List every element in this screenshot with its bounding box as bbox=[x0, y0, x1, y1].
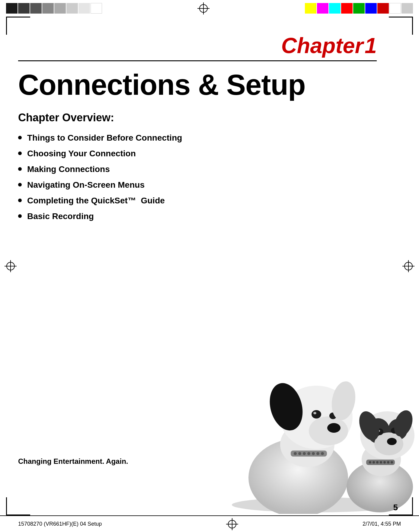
large-dog-eye-left bbox=[312, 410, 321, 419]
collar-stud bbox=[307, 452, 310, 455]
chapter-label: Chapter bbox=[281, 33, 363, 58]
color-block bbox=[341, 3, 353, 14]
footer-left-text: 15708270 (VR661HF)(E) 04 Setup bbox=[18, 521, 102, 527]
collar-stud bbox=[380, 461, 382, 464]
list-item-text: Choosing Your Connection bbox=[27, 149, 136, 158]
tagline: Changing Entertainment. Again. bbox=[18, 457, 128, 466]
color-block bbox=[30, 3, 42, 14]
crosshair-top-center bbox=[197, 2, 210, 14]
dogs-illustration bbox=[214, 351, 419, 514]
color-block bbox=[78, 3, 90, 14]
collar-stud bbox=[387, 461, 389, 464]
list-item: Completing the QuickSet™ Guide bbox=[18, 196, 401, 205]
list-item: Navigating On-Screen Menus bbox=[18, 180, 401, 190]
color-block bbox=[18, 3, 30, 14]
list-item: Basic Recording bbox=[18, 212, 401, 221]
color-block bbox=[329, 3, 341, 14]
bullet-dot bbox=[18, 183, 22, 186]
list-item: Choosing Your Connection bbox=[18, 149, 401, 158]
crosshair-circle bbox=[6, 262, 15, 270]
collar-stud bbox=[316, 452, 319, 455]
crosshair-circle bbox=[199, 4, 208, 13]
collar-stud bbox=[321, 452, 324, 455]
chapter-area: Chapter 1 bbox=[18, 18, 401, 61]
crosshair-circle bbox=[228, 520, 236, 528]
page-title: Connections & Setup bbox=[18, 70, 401, 99]
color-block bbox=[317, 3, 328, 14]
large-dog-nose bbox=[327, 423, 341, 433]
chapter-number: 1 bbox=[365, 33, 377, 58]
color-block bbox=[389, 3, 401, 14]
top-bar bbox=[0, 0, 419, 17]
footer-right-text: 2/7/01, 4:55 PM bbox=[363, 521, 401, 527]
list-item-text: Things to Consider Before Connecting bbox=[27, 133, 182, 143]
large-dog-eye-shine-left bbox=[313, 412, 316, 414]
color-block bbox=[66, 3, 78, 14]
page-number: 5 bbox=[393, 503, 398, 512]
small-dog-nose bbox=[387, 438, 397, 445]
color-block bbox=[353, 3, 365, 14]
list-item-text: Navigating On-Screen Menus bbox=[27, 180, 145, 190]
list-item-text: Completing the QuickSet™ Guide bbox=[27, 196, 165, 205]
corner-mark-top-right-v bbox=[412, 17, 413, 35]
corner-mark-top-right-h bbox=[389, 17, 413, 18]
collar-stud bbox=[373, 461, 375, 464]
bullet-dot bbox=[18, 151, 22, 155]
chapter-overview: Chapter Overview: Things to Consider Bef… bbox=[18, 111, 401, 221]
bullet-dot bbox=[18, 214, 22, 218]
color-blocks-right bbox=[305, 3, 413, 14]
crosshair-left bbox=[5, 260, 17, 272]
crosshair-bottom-center bbox=[226, 518, 238, 530]
corner-mark-top-left-h bbox=[6, 17, 30, 18]
collar-stud bbox=[391, 461, 393, 464]
collar-stud bbox=[383, 461, 386, 464]
collar-stud bbox=[369, 461, 371, 464]
bullet-dot bbox=[18, 199, 22, 202]
color-block bbox=[54, 3, 66, 14]
collar-stud bbox=[298, 452, 301, 455]
color-block bbox=[42, 3, 54, 14]
collar-stud bbox=[303, 452, 306, 455]
collar-stud bbox=[376, 461, 379, 464]
color-block bbox=[401, 3, 413, 14]
color-block bbox=[377, 3, 389, 14]
list-item-text: Making Connections bbox=[27, 164, 110, 174]
bullet-dot bbox=[18, 167, 22, 171]
crosshair-right bbox=[402, 260, 414, 272]
crosshair-right-icon bbox=[402, 260, 414, 272]
chapter-divider bbox=[18, 60, 377, 61]
crosshair-left-icon bbox=[5, 260, 17, 272]
footer: 15708270 (VR661HF)(E) 04 Setup 2/7/01, 4… bbox=[0, 515, 419, 532]
color-block bbox=[305, 3, 316, 14]
dogs-svg bbox=[214, 351, 419, 514]
list-item: Things to Consider Before Connecting bbox=[18, 133, 401, 143]
list-item: Making Connections bbox=[18, 164, 401, 174]
color-block bbox=[365, 3, 377, 14]
large-dog-snout bbox=[309, 416, 348, 445]
corner-mark-top-left-v bbox=[6, 17, 7, 35]
collar-stud bbox=[294, 452, 297, 455]
bullet-list: Things to Consider Before Connecting Cho… bbox=[18, 133, 401, 221]
overview-heading: Chapter Overview: bbox=[18, 111, 401, 124]
bullet-dot bbox=[18, 136, 22, 139]
collar-stud bbox=[312, 452, 315, 455]
color-blocks-left bbox=[6, 3, 102, 14]
color-block bbox=[91, 3, 102, 14]
color-block bbox=[6, 3, 18, 14]
list-item-text: Basic Recording bbox=[27, 212, 94, 221]
crosshair-circle bbox=[404, 262, 413, 270]
corner-mark-bottom-left-v bbox=[6, 497, 7, 515]
